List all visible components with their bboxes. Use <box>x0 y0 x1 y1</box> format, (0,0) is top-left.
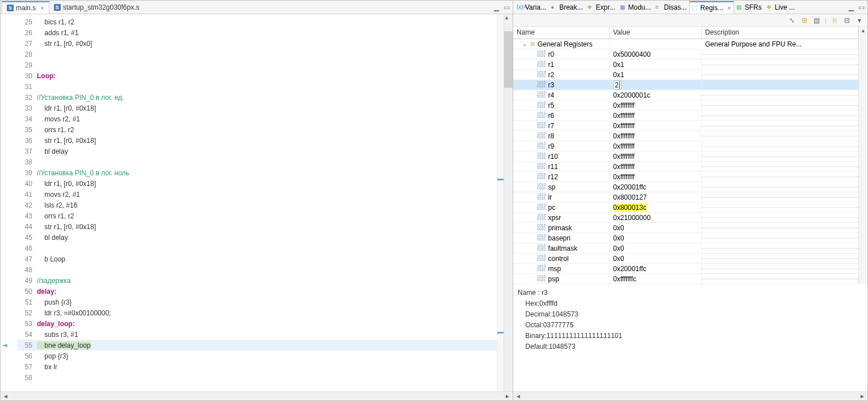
code-area[interactable]: 25 bics r1, r226 adds r1, #127 str r1, [… <box>18 14 497 391</box>
code-line[interactable]: 47 b Loop <box>18 254 497 264</box>
register-row[interactable]: 10100101r40x2000001c <box>513 90 858 100</box>
register-row[interactable]: 10100101r80xffffffff <box>513 131 858 141</box>
registers-scrollbar[interactable]: ▲ <box>858 27 867 284</box>
register-value[interactable]: 0x0 <box>613 244 624 252</box>
code-line[interactable]: 57 bx lr <box>18 361 497 372</box>
register-value[interactable]: 0xffffffff <box>613 173 635 181</box>
code-line[interactable]: 45 bl delay <box>18 232 497 243</box>
code-line[interactable]: 35 orrs r1, r2 <box>18 124 497 135</box>
code-line[interactable]: 53delay_loop: <box>18 318 497 329</box>
register-row[interactable]: 10100101r70xffffffff <box>513 121 858 131</box>
register-row[interactable]: 10100101r110xffffffff <box>513 162 858 172</box>
register-row[interactable]: 10100101primask0x0 <box>513 223 858 233</box>
editor-tab[interactable]: Sstartup_stm32g030f6px.s <box>49 1 144 14</box>
register-row[interactable]: 10100101r00x50000400 <box>513 49 858 60</box>
code-line[interactable]: 36 str r1, [r0, #0x18] <box>18 135 497 146</box>
minimize-icon[interactable]: ▁ <box>847 3 855 11</box>
minimize-icon[interactable]: ▁ <box>492 3 500 11</box>
register-value[interactable]: 0xfffffffc <box>613 275 636 283</box>
register-value[interactable]: 0xffffffff <box>613 142 635 150</box>
maximize-icon[interactable]: ▭ <box>857 3 865 11</box>
collapse-icon[interactable]: ⤡ <box>787 16 796 25</box>
chevron-down-icon[interactable]: ⌄ <box>522 41 528 47</box>
horizontal-scrollbar[interactable]: ◄ ► <box>1 391 513 400</box>
col-name[interactable]: Name <box>513 27 610 39</box>
code-line[interactable]: 34 movs r2, #1 <box>18 113 497 124</box>
code-line[interactable]: 51 push {r3} <box>18 297 497 307</box>
code-line[interactable]: 37 bl delay <box>18 146 497 157</box>
register-row[interactable]: 10100101pc0x800013c <box>513 202 858 213</box>
register-row[interactable]: 10100101psp0xfffffffc <box>513 274 858 284</box>
register-row[interactable]: 10100101sp0x20001ffc <box>513 182 858 192</box>
debug-tab[interactable]: ≡Disas... <box>653 1 689 14</box>
register-row[interactable]: 10100101msp0x20001ffc <box>513 264 858 274</box>
code-line[interactable]: 42 lsls r2, #16 <box>18 200 497 210</box>
register-value[interactable]: 0x0 <box>613 234 624 242</box>
close-icon[interactable]: × <box>727 5 731 11</box>
register-value-input[interactable]: 2 <box>613 81 622 90</box>
code-line[interactable]: 28 <box>18 49 497 60</box>
code-line[interactable]: 49//задержка <box>18 275 497 286</box>
register-row[interactable]: 10100101r10x1 <box>513 60 858 70</box>
code-line[interactable]: 52 ldr r3, =#0x00100000; <box>18 307 497 318</box>
register-value[interactable]: 0x0 <box>613 224 624 232</box>
code-line[interactable]: 39//Установка PIN_0 в лог. ноль <box>18 167 497 178</box>
register-row[interactable]: 10100101xpsr0x21000000 <box>513 213 858 223</box>
register-row[interactable]: 10100101r90xffffffff <box>513 141 858 151</box>
col-value[interactable]: Value <box>610 27 702 39</box>
debug-tab[interactable]: ▤SFRs <box>734 1 764 14</box>
register-row[interactable]: 10100101basepri0x0 <box>513 233 858 243</box>
code-line[interactable]: 50delay: <box>18 286 497 297</box>
code-line[interactable]: 54 subs r3, #1 <box>18 329 497 340</box>
register-value[interactable]: 0x1 <box>613 61 624 69</box>
editor-tab[interactable]: Smain.s× <box>2 1 49 14</box>
code-line[interactable]: 43 orrs r1, r2 <box>18 210 497 221</box>
debug-tab[interactable]: ▦Modu... <box>618 1 653 14</box>
register-value[interactable]: 0x0 <box>613 255 624 263</box>
debug-tab[interactable]: ●Break... <box>548 1 585 14</box>
register-row[interactable]: 10100101faultmask0x0 <box>513 243 858 254</box>
register-value[interactable]: 0x800013c <box>613 204 647 212</box>
register-value[interactable]: 0x21000000 <box>613 214 651 222</box>
registers-table[interactable]: ⌄⚙General RegistersGeneral Purpose and F… <box>513 39 858 284</box>
code-line[interactable]: 58 <box>18 372 497 383</box>
register-value[interactable]: 0x2000001c <box>613 91 650 99</box>
register-value[interactable]: 0xffffffff <box>613 102 635 109</box>
debug-tab[interactable]: ❖Expr... <box>585 1 617 14</box>
code-editor[interactable]: ➔ 25 bics r1, r226 adds r1, #127 str r1,… <box>1 14 513 391</box>
register-value[interactable]: 0xffffffff <box>613 163 635 171</box>
register-value[interactable]: 0xffffffff <box>613 132 635 140</box>
code-line[interactable]: 26 adds r1, #1 <box>18 27 497 38</box>
code-line[interactable]: 56 pop {r3} <box>18 351 497 361</box>
close-icon[interactable]: × <box>40 5 44 11</box>
register-row[interactable]: 10100101r120xffffffff <box>513 172 858 182</box>
code-line[interactable]: 44 str r1, [r0, #0x18] <box>18 221 497 232</box>
debug-tab[interactable]: (x)=Varia... <box>514 1 548 14</box>
code-line[interactable]: 31 <box>18 81 497 92</box>
register-group[interactable]: ⌄⚙General RegistersGeneral Purpose and F… <box>513 39 858 49</box>
tree-icon[interactable]: ⊞ <box>800 16 809 25</box>
register-value[interactable]: 0xffffffff <box>613 112 635 120</box>
debug-tab[interactable]: ⬚Regis...× <box>689 1 734 14</box>
menu-icon[interactable]: ▾ <box>855 16 864 25</box>
code-line[interactable]: 55 bne delay_loop <box>18 340 497 351</box>
code-line[interactable]: 33 ldr r1, [r0, #0x18] <box>18 103 497 113</box>
vertical-scrollbar[interactable]: ▲ <box>504 14 513 391</box>
register-value[interactable]: 0x50000400 <box>613 50 651 58</box>
pin-icon[interactable]: ⊟ <box>842 16 852 25</box>
register-value[interactable]: 0x20001ffc <box>613 183 647 191</box>
register-value[interactable]: 0x1 <box>613 71 624 79</box>
code-line[interactable]: 25 bics r1, r2 <box>18 16 497 27</box>
layout-icon[interactable]: ▤ <box>812 16 821 25</box>
register-row[interactable]: 10100101r20x1 <box>513 70 858 80</box>
register-row[interactable]: 10100101r60xffffffff <box>513 111 858 121</box>
code-line[interactable]: 46 <box>18 243 497 254</box>
register-row[interactable]: 10100101lr0x8000127 <box>513 192 858 202</box>
code-line[interactable]: 32//Установка PIN_0 в лог. ед. <box>18 92 497 103</box>
register-value[interactable]: 0xffffffff <box>613 153 635 161</box>
register-value[interactable]: 0xffffffff <box>613 122 635 130</box>
code-line[interactable]: 29 <box>18 60 497 70</box>
register-row[interactable]: 10100101r32 <box>513 80 858 90</box>
code-line[interactable]: 38 <box>18 157 497 167</box>
code-line[interactable]: 30Loop: <box>18 70 497 81</box>
